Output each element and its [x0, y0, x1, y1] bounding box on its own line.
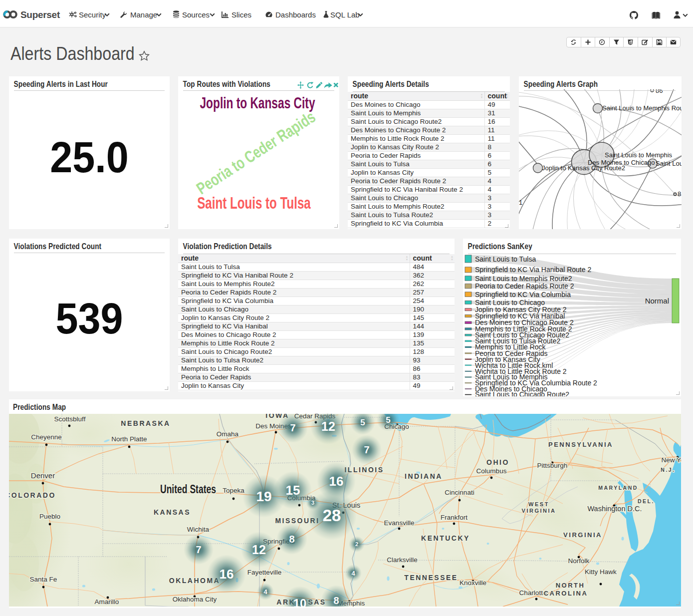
- svg-text:MARYLAND: MARYLAND: [598, 485, 638, 491]
- svg-text:Springfield to KC Via Columbia: Springfield to KC Via Columbia: [475, 291, 571, 299]
- svg-text:Oklahoma City: Oklahoma City: [173, 596, 217, 603]
- svg-text:United States: United States: [160, 483, 216, 496]
- svg-text:Evansville: Evansville: [384, 519, 415, 527]
- svg-text:1: 1: [519, 199, 522, 206]
- svg-text:New York: New York: [661, 456, 681, 464]
- svg-text:Saint Louis t: Saint Louis t: [656, 160, 682, 167]
- svg-text:Norfolk: Norfolk: [568, 557, 590, 565]
- svg-text:KANSAS: KANSAS: [154, 508, 191, 516]
- svg-text:8: 8: [678, 190, 681, 198]
- svg-text:Omaha: Omaha: [217, 430, 239, 438]
- svg-text:Clarksville: Clarksville: [387, 556, 418, 564]
- svg-text:Cincinnati: Cincinnati: [445, 489, 474, 496]
- svg-text:4: 4: [351, 570, 355, 577]
- svg-text:Pueblo: Pueblo: [39, 513, 60, 520]
- svg-text:15: 15: [286, 483, 300, 498]
- svg-text:8: 8: [333, 595, 339, 606]
- svg-text:Peoria to Ceder Rapids Route 2: Peoria to Ceder Rapids Route 2: [475, 282, 574, 290]
- svg-text:12: 12: [252, 543, 266, 557]
- svg-text:INDIANA: INDIANA: [405, 472, 443, 480]
- svg-text:Knoxville: Knoxville: [460, 579, 486, 587]
- svg-text:Amarillo: Amarillo: [95, 598, 119, 606]
- svg-text:Saint Louis to Chicago Route2: Saint Louis to Chicago Route2: [475, 390, 569, 396]
- svg-text:WEST: WEST: [528, 501, 549, 507]
- svg-text:16: 16: [329, 474, 344, 489]
- svg-text:16: 16: [220, 567, 234, 582]
- svg-text:Denver: Denver: [31, 471, 55, 480]
- svg-text:Saint Louis to Tulsa: Saint Louis to Tulsa: [475, 255, 536, 263]
- svg-text:2: 2: [355, 541, 358, 547]
- svg-text:19: 19: [256, 489, 271, 504]
- svg-text:Charlotte: Charlotte: [519, 589, 547, 597]
- svg-text:Santa Fe: Santa Fe: [30, 576, 57, 583]
- svg-text:28: 28: [323, 506, 341, 525]
- svg-text:VIRGINIA: VIRGINIA: [522, 508, 556, 514]
- svg-text:Saint Louis to Memphis Route2: Saint Louis to Memphis Route2: [475, 275, 572, 283]
- svg-text:Pittsburgh: Pittsburgh: [537, 462, 568, 469]
- svg-text:Wichita: Wichita: [187, 526, 210, 533]
- svg-text:7: 7: [290, 422, 295, 433]
- svg-text:Washington D.C.: Washington D.C.: [587, 505, 642, 513]
- svg-text:Fayetteville: Fayetteville: [247, 569, 281, 576]
- svg-text:Kitty Hawk: Kitty Hawk: [585, 568, 617, 576]
- svg-text:5: 5: [386, 415, 390, 425]
- svg-text:Saint Louis to Memphis Route2: Saint Louis to Memphis Route2: [602, 104, 682, 112]
- svg-text:N.J.: N.J.: [661, 467, 675, 473]
- svg-text:5: 5: [360, 418, 365, 427]
- svg-text:NORTH: NORTH: [556, 582, 585, 589]
- svg-text:OHIO: OHIO: [486, 458, 509, 466]
- svg-text:Springfield to KC Via Hanibal: Springfield to KC Via Hanibal Route 2: [475, 266, 591, 274]
- svg-text:COLORADO: COLORADO: [9, 491, 56, 499]
- svg-text:12: 12: [321, 419, 335, 433]
- svg-text:Saint Louis to Memphis: Saint Louis to Memphis: [605, 151, 673, 159]
- svg-text:8: 8: [289, 534, 294, 545]
- svg-text:NEBRASKA: NEBRASKA: [121, 419, 170, 427]
- svg-text:Columbus: Columbus: [476, 467, 507, 475]
- svg-text:VIRGINIA: VIRGINIA: [563, 531, 602, 539]
- svg-text:Joplin to Kansas City Route2: Joplin to Kansas City Route2: [542, 164, 625, 172]
- svg-text:7: 7: [364, 444, 369, 455]
- svg-text:Scottsbluff: Scottsbluff: [54, 415, 86, 423]
- svg-text:KENTUCKY: KENTUCKY: [421, 534, 470, 542]
- svg-text:Normal: Normal: [645, 297, 669, 305]
- svg-text:Topeka: Topeka: [223, 487, 244, 494]
- svg-text:Cheyenne: Cheyenne: [31, 433, 62, 441]
- svg-text:3: 3: [311, 500, 314, 506]
- svg-text:CAROLINA: CAROLINA: [544, 590, 588, 597]
- svg-text:4: 4: [263, 588, 267, 596]
- svg-text:7: 7: [196, 544, 201, 555]
- svg-text:10: 10: [293, 597, 307, 607]
- svg-text:Frankfort: Frankfort: [441, 514, 467, 521]
- svg-text:North Platte: North Platte: [111, 435, 147, 443]
- svg-text:PENNSYLVANIA: PENNSYLVANIA: [548, 441, 613, 448]
- svg-text:TENNESSEE: TENNESSEE: [404, 574, 458, 582]
- svg-text:DEL.: DEL.: [638, 498, 655, 504]
